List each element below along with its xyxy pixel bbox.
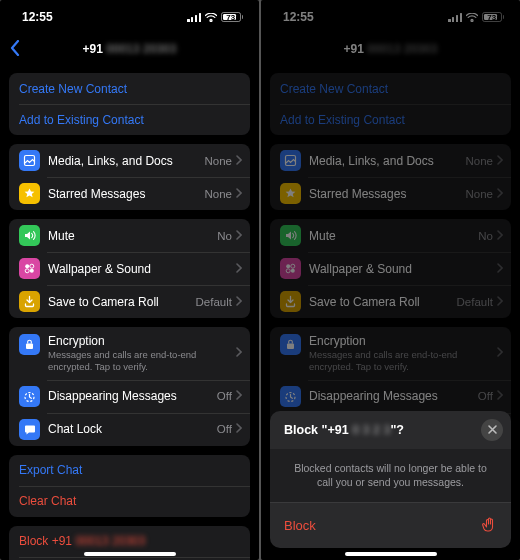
cellular-icon [187,13,200,22]
block-action-sheet: Block "+91 0 3 2 3"? Blocked contacts wi… [270,411,511,548]
chevron-right-icon [236,389,242,403]
star-icon [19,183,40,204]
chevron-right-icon [236,262,242,276]
sheet-message: Blocked contacts will no longer be able … [270,449,511,502]
group-contact-actions: Create New Contact Add to Existing Conta… [9,73,250,135]
hand-icon [480,515,497,536]
screenshot-right: 12:55 73 +91 00013 20303 Create New Cont… [261,0,520,560]
page-title: +91 00013 20303 [0,42,259,56]
wifi-icon [205,13,217,22]
screenshot-left: 12:55 73 +91 00013 20303 Create New Cont… [0,0,259,560]
wallpaper-icon [19,258,40,279]
group-chat-actions: Export Chat Clear Chat [9,455,250,517]
wallpaper-sound[interactable]: Wallpaper & Sound [9,252,250,285]
media-icon [19,150,40,171]
save-to-camera-roll[interactable]: Save to Camera Roll Default [9,285,250,318]
home-indicator[interactable] [84,552,176,556]
disappearing-messages[interactable]: Disappearing Messages Off [9,380,250,413]
chevron-right-icon [236,229,242,243]
sheet-block-action[interactable]: Block [270,502,511,548]
starred-messages[interactable]: Starred Messages None [9,177,250,210]
chat-lock-icon [19,419,40,440]
nav-bar: +91 00013 20303 [0,34,259,64]
sheet-close-button[interactable] [481,419,503,441]
back-button[interactable] [10,40,20,60]
media-links-docs[interactable]: Media, Links, and Docs None [9,144,250,177]
create-new-contact[interactable]: Create New Contact [9,73,250,104]
add-to-existing-contact[interactable]: Add to Existing Contact [9,104,250,135]
timer-icon [19,386,40,407]
chevron-right-icon [236,295,242,309]
sheet-action-label: Block [284,518,316,533]
group-privacy: Encryption Messages and calls are end-to… [9,327,250,446]
battery-icon: 73 [221,12,243,22]
chevron-right-icon [236,422,242,436]
home-indicator[interactable] [345,552,437,556]
sheet-title: Block "+91 0 3 2 3"? [284,423,471,437]
lock-icon [19,334,40,355]
chevron-right-icon [236,187,242,201]
export-chat[interactable]: Export Chat [9,455,250,486]
status-bar: 12:55 73 [0,0,259,34]
mute[interactable]: Mute No [9,219,250,252]
clear-chat[interactable]: Clear Chat [9,486,250,517]
chat-lock[interactable]: Chat Lock Off [9,413,250,446]
group-settings: Mute No Wallpaper & Sound Save to Camera… [9,219,250,318]
status-time: 12:55 [22,10,53,24]
encryption[interactable]: Encryption Messages and calls are end-to… [9,327,250,380]
chevron-right-icon [236,346,242,360]
group-media: Media, Links, and Docs None Starred Mess… [9,144,250,210]
download-icon [19,291,40,312]
close-icon [487,424,498,435]
chevron-right-icon [236,154,242,168]
speaker-icon [19,225,40,246]
